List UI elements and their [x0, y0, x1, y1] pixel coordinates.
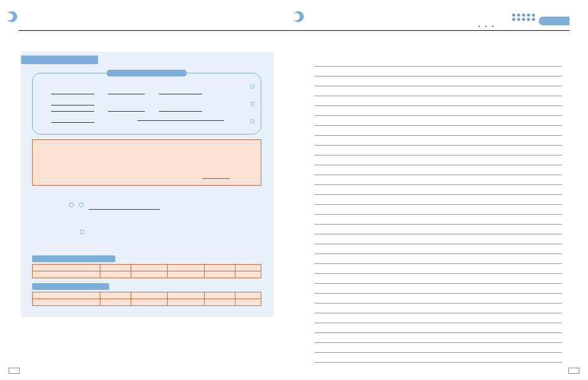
writing-line[interactable]	[314, 225, 562, 234]
writing-line[interactable]	[314, 86, 562, 96]
writing-line[interactable]	[314, 333, 562, 343]
table-row	[33, 265, 261, 271]
corner-tab	[539, 17, 570, 25]
fill-blank[interactable]	[159, 89, 202, 94]
bullet-icon	[80, 229, 84, 234]
data-table	[32, 264, 261, 278]
writing-line[interactable]	[314, 323, 562, 333]
writing-line[interactable]	[314, 343, 562, 353]
highlight-box	[32, 139, 261, 186]
dots-decoration	[478, 19, 499, 30]
writing-line[interactable]	[314, 106, 562, 116]
box-title-bar	[107, 70, 187, 76]
fill-blank[interactable]	[89, 209, 160, 210]
data-table	[32, 292, 261, 306]
writing-line[interactable]	[314, 67, 562, 76]
writing-line[interactable]	[314, 215, 562, 225]
fill-blank[interactable]	[51, 89, 94, 94]
half-moon-icon	[6, 11, 17, 22]
bullet-icon	[69, 202, 74, 207]
dot-cluster-icon	[512, 14, 536, 21]
writing-line[interactable]	[314, 185, 562, 195]
writing-line[interactable]	[314, 165, 562, 175]
writing-line[interactable]	[314, 116, 562, 126]
writing-line[interactable]	[314, 126, 562, 136]
bullet-pair	[69, 199, 86, 210]
writing-line[interactable]	[314, 175, 562, 185]
writing-line[interactable]	[314, 96, 562, 106]
writing-line[interactable]	[314, 353, 562, 363]
fill-blank[interactable]	[108, 107, 145, 112]
writing-line[interactable]	[314, 313, 562, 323]
fill-blank[interactable]	[51, 107, 94, 112]
writing-line[interactable]	[314, 284, 562, 294]
fill-blank[interactable]	[137, 120, 224, 121]
writing-line[interactable]	[314, 234, 562, 244]
table-row	[33, 299, 261, 306]
writing-line[interactable]	[314, 304, 562, 313]
writing-line[interactable]	[314, 274, 562, 284]
writing-line[interactable]	[314, 294, 562, 304]
section-title-bar	[21, 56, 98, 64]
writing-line[interactable]	[314, 264, 562, 274]
table-row	[33, 292, 261, 299]
fill-blank[interactable]	[108, 89, 145, 94]
subsection-title-bar	[32, 255, 115, 262]
writing-line[interactable]	[314, 254, 562, 264]
left-content-panel	[21, 52, 274, 317]
fill-blank[interactable]	[51, 118, 94, 123]
page-number-box	[568, 368, 579, 374]
bullet-icon	[250, 119, 255, 123]
writing-line[interactable]	[314, 155, 562, 165]
writing-line[interactable]	[314, 195, 562, 205]
lined-writing-area[interactable]	[314, 57, 562, 363]
writing-line[interactable]	[314, 244, 562, 254]
writing-line[interactable]	[314, 76, 562, 86]
page-number-box	[9, 368, 20, 374]
writing-line[interactable]	[314, 136, 562, 146]
bullet-icon	[250, 102, 255, 106]
half-moon-icon	[293, 11, 304, 22]
fill-line-row	[51, 103, 242, 125]
bullet-icon	[79, 202, 84, 207]
writing-line[interactable]	[314, 146, 562, 155]
subsection-title-bar	[32, 283, 109, 290]
rounded-info-box	[32, 73, 261, 134]
writing-line[interactable]	[314, 57, 562, 67]
bullet-icon	[250, 85, 255, 89]
writing-line[interactable]	[314, 205, 562, 215]
red-underline	[202, 178, 230, 179]
table-row	[33, 271, 261, 278]
fill-blank[interactable]	[159, 107, 202, 112]
page-header	[18, 0, 570, 31]
